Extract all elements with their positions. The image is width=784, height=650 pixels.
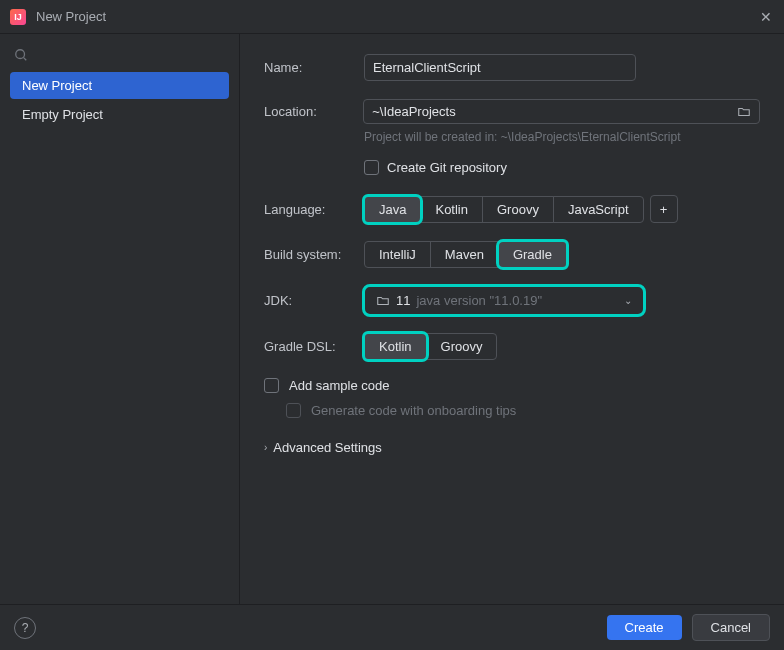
name-input[interactable]	[364, 54, 636, 81]
chevron-right-icon: ›	[264, 442, 267, 453]
build-intellij[interactable]: IntelliJ	[364, 241, 431, 268]
git-checkbox[interactable]	[364, 160, 379, 175]
add-language-button[interactable]: +	[650, 195, 678, 223]
titlebar: IJ New Project ✕	[0, 0, 784, 34]
location-input[interactable]: ~\IdeaProjects	[363, 99, 760, 124]
jdk-detail: java version "11.0.19"	[416, 293, 618, 308]
row-jdk: JDK: 11 java version "11.0.19" ⌄	[264, 286, 760, 315]
sidebar-search[interactable]	[10, 44, 229, 66]
window-title: New Project	[36, 9, 758, 24]
sidebar-item-new-project[interactable]: New Project	[10, 72, 229, 99]
build-label: Build system:	[264, 247, 364, 262]
jdk-folder-icon	[376, 294, 390, 308]
language-java[interactable]: Java	[364, 196, 421, 223]
git-label: Create Git repository	[387, 160, 507, 175]
language-groovy[interactable]: Groovy	[482, 196, 554, 223]
row-git[interactable]: Create Git repository	[364, 160, 760, 175]
dsl-kotlin[interactable]: Kotlin	[364, 333, 427, 360]
svg-point-0	[16, 50, 25, 59]
location-hint: Project will be created in: ~\IdeaProjec…	[364, 130, 760, 144]
location-value: ~\IdeaProjects	[372, 104, 737, 119]
row-build: Build system: IntelliJ Maven Gradle	[264, 241, 760, 268]
sample-block: Add sample code Generate code with onboa…	[264, 378, 760, 418]
name-label: Name:	[264, 60, 364, 75]
build-group: IntelliJ Maven Gradle	[364, 241, 567, 268]
advanced-settings-toggle[interactable]: › Advanced Settings	[264, 440, 760, 455]
dsl-group: Kotlin Groovy	[364, 333, 497, 360]
row-location: Location: ~\IdeaProjects	[264, 99, 760, 124]
row-name: Name:	[264, 54, 760, 81]
sidebar-item-empty-project[interactable]: Empty Project	[10, 101, 229, 128]
language-group: Java Kotlin Groovy JavaScript	[364, 196, 644, 223]
intellij-icon: IJ	[10, 9, 26, 25]
row-dsl: Gradle DSL: Kotlin Groovy	[264, 333, 760, 360]
chevron-down-icon: ⌄	[624, 295, 632, 306]
build-maven[interactable]: Maven	[430, 241, 499, 268]
row-sample-code[interactable]: Add sample code	[264, 378, 760, 393]
jdk-dropdown[interactable]: 11 java version "11.0.19" ⌄	[364, 286, 644, 315]
dialog-body: New Project Empty Project Name: Location…	[0, 34, 784, 604]
cancel-button[interactable]: Cancel	[692, 614, 770, 641]
folder-icon[interactable]	[737, 105, 751, 119]
location-label: Location:	[264, 104, 363, 119]
svg-line-1	[24, 58, 27, 61]
create-button[interactable]: Create	[607, 615, 682, 640]
main-panel: Name: Location: ~\IdeaProjects Project w…	[240, 34, 784, 604]
jdk-label: JDK:	[264, 293, 364, 308]
build-gradle[interactable]: Gradle	[498, 241, 567, 268]
sidebar-item-label: New Project	[22, 78, 92, 93]
sample-checkbox[interactable]	[264, 378, 279, 393]
language-kotlin[interactable]: Kotlin	[420, 196, 483, 223]
sample-label: Add sample code	[289, 378, 389, 393]
language-label: Language:	[264, 202, 364, 217]
sidebar-item-label: Empty Project	[22, 107, 103, 122]
help-icon[interactable]: ?	[14, 617, 36, 639]
close-icon[interactable]: ✕	[758, 9, 774, 25]
row-onboarding: Generate code with onboarding tips	[286, 403, 760, 418]
search-icon	[14, 48, 28, 62]
sidebar: New Project Empty Project	[0, 34, 240, 604]
jdk-version: 11	[396, 293, 410, 308]
language-javascript[interactable]: JavaScript	[553, 196, 644, 223]
advanced-label: Advanced Settings	[273, 440, 381, 455]
footer: ? Create Cancel	[0, 604, 784, 650]
row-language: Language: Java Kotlin Groovy JavaScript …	[264, 195, 760, 223]
dsl-label: Gradle DSL:	[264, 339, 364, 354]
dsl-groovy[interactable]: Groovy	[426, 333, 498, 360]
onboarding-checkbox	[286, 403, 301, 418]
onboarding-label: Generate code with onboarding tips	[311, 403, 516, 418]
